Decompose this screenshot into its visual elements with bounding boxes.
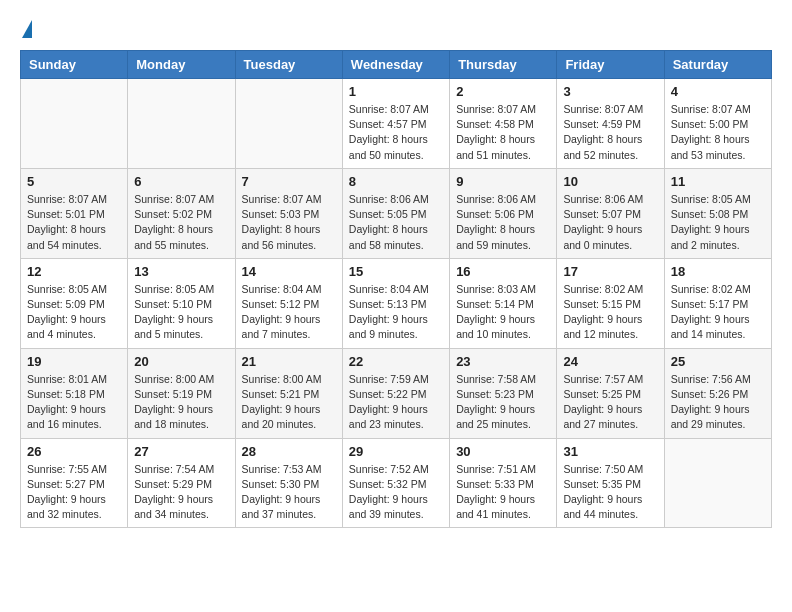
calendar-cell: 28Sunrise: 7:53 AM Sunset: 5:30 PM Dayli…: [235, 438, 342, 528]
day-info: Sunrise: 7:53 AM Sunset: 5:30 PM Dayligh…: [242, 462, 336, 523]
day-info: Sunrise: 8:01 AM Sunset: 5:18 PM Dayligh…: [27, 372, 121, 433]
calendar-cell: 5Sunrise: 8:07 AM Sunset: 5:01 PM Daylig…: [21, 168, 128, 258]
day-info: Sunrise: 7:58 AM Sunset: 5:23 PM Dayligh…: [456, 372, 550, 433]
day-number: 31: [563, 444, 657, 459]
day-number: 30: [456, 444, 550, 459]
day-info: Sunrise: 8:04 AM Sunset: 5:12 PM Dayligh…: [242, 282, 336, 343]
calendar-cell: 6Sunrise: 8:07 AM Sunset: 5:02 PM Daylig…: [128, 168, 235, 258]
day-info: Sunrise: 8:02 AM Sunset: 5:17 PM Dayligh…: [671, 282, 765, 343]
day-info: Sunrise: 8:07 AM Sunset: 4:58 PM Dayligh…: [456, 102, 550, 163]
weekday-header-saturday: Saturday: [664, 51, 771, 79]
calendar-cell: 26Sunrise: 7:55 AM Sunset: 5:27 PM Dayli…: [21, 438, 128, 528]
calendar-week-row: 1Sunrise: 8:07 AM Sunset: 4:57 PM Daylig…: [21, 79, 772, 169]
weekday-header-sunday: Sunday: [21, 51, 128, 79]
day-info: Sunrise: 8:05 AM Sunset: 5:09 PM Dayligh…: [27, 282, 121, 343]
day-info: Sunrise: 8:05 AM Sunset: 5:08 PM Dayligh…: [671, 192, 765, 253]
day-number: 11: [671, 174, 765, 189]
day-info: Sunrise: 8:06 AM Sunset: 5:05 PM Dayligh…: [349, 192, 443, 253]
day-number: 7: [242, 174, 336, 189]
day-number: 9: [456, 174, 550, 189]
day-info: Sunrise: 8:00 AM Sunset: 5:21 PM Dayligh…: [242, 372, 336, 433]
day-info: Sunrise: 7:55 AM Sunset: 5:27 PM Dayligh…: [27, 462, 121, 523]
day-info: Sunrise: 8:07 AM Sunset: 5:03 PM Dayligh…: [242, 192, 336, 253]
day-info: Sunrise: 8:07 AM Sunset: 5:02 PM Dayligh…: [134, 192, 228, 253]
calendar-week-row: 5Sunrise: 8:07 AM Sunset: 5:01 PM Daylig…: [21, 168, 772, 258]
calendar-table: SundayMondayTuesdayWednesdayThursdayFrid…: [20, 50, 772, 528]
day-info: Sunrise: 7:52 AM Sunset: 5:32 PM Dayligh…: [349, 462, 443, 523]
calendar-cell: 23Sunrise: 7:58 AM Sunset: 5:23 PM Dayli…: [450, 348, 557, 438]
day-number: 14: [242, 264, 336, 279]
day-info: Sunrise: 8:06 AM Sunset: 5:06 PM Dayligh…: [456, 192, 550, 253]
day-number: 19: [27, 354, 121, 369]
day-number: 22: [349, 354, 443, 369]
calendar-cell: 29Sunrise: 7:52 AM Sunset: 5:32 PM Dayli…: [342, 438, 449, 528]
calendar-cell: [664, 438, 771, 528]
day-number: 23: [456, 354, 550, 369]
calendar-cell: 3Sunrise: 8:07 AM Sunset: 4:59 PM Daylig…: [557, 79, 664, 169]
calendar-cell: 27Sunrise: 7:54 AM Sunset: 5:29 PM Dayli…: [128, 438, 235, 528]
day-info: Sunrise: 7:56 AM Sunset: 5:26 PM Dayligh…: [671, 372, 765, 433]
calendar-cell: 19Sunrise: 8:01 AM Sunset: 5:18 PM Dayli…: [21, 348, 128, 438]
day-number: 1: [349, 84, 443, 99]
weekday-header-friday: Friday: [557, 51, 664, 79]
day-info: Sunrise: 8:04 AM Sunset: 5:13 PM Dayligh…: [349, 282, 443, 343]
day-info: Sunrise: 8:02 AM Sunset: 5:15 PM Dayligh…: [563, 282, 657, 343]
calendar-week-row: 12Sunrise: 8:05 AM Sunset: 5:09 PM Dayli…: [21, 258, 772, 348]
weekday-header-thursday: Thursday: [450, 51, 557, 79]
calendar-cell: 9Sunrise: 8:06 AM Sunset: 5:06 PM Daylig…: [450, 168, 557, 258]
day-number: 20: [134, 354, 228, 369]
day-number: 5: [27, 174, 121, 189]
calendar-cell: [21, 79, 128, 169]
day-number: 13: [134, 264, 228, 279]
day-number: 8: [349, 174, 443, 189]
day-info: Sunrise: 7:54 AM Sunset: 5:29 PM Dayligh…: [134, 462, 228, 523]
day-number: 27: [134, 444, 228, 459]
day-number: 29: [349, 444, 443, 459]
calendar-cell: 31Sunrise: 7:50 AM Sunset: 5:35 PM Dayli…: [557, 438, 664, 528]
logo: [20, 20, 32, 40]
day-info: Sunrise: 8:00 AM Sunset: 5:19 PM Dayligh…: [134, 372, 228, 433]
calendar-cell: 25Sunrise: 7:56 AM Sunset: 5:26 PM Dayli…: [664, 348, 771, 438]
calendar-week-row: 19Sunrise: 8:01 AM Sunset: 5:18 PM Dayli…: [21, 348, 772, 438]
day-number: 26: [27, 444, 121, 459]
weekday-header-row: SundayMondayTuesdayWednesdayThursdayFrid…: [21, 51, 772, 79]
calendar-cell: 30Sunrise: 7:51 AM Sunset: 5:33 PM Dayli…: [450, 438, 557, 528]
weekday-header-tuesday: Tuesday: [235, 51, 342, 79]
day-info: Sunrise: 8:07 AM Sunset: 5:00 PM Dayligh…: [671, 102, 765, 163]
day-info: Sunrise: 8:07 AM Sunset: 4:57 PM Dayligh…: [349, 102, 443, 163]
day-info: Sunrise: 7:50 AM Sunset: 5:35 PM Dayligh…: [563, 462, 657, 523]
page-header: [20, 20, 772, 40]
calendar-cell: 16Sunrise: 8:03 AM Sunset: 5:14 PM Dayli…: [450, 258, 557, 348]
day-number: 25: [671, 354, 765, 369]
day-number: 15: [349, 264, 443, 279]
day-number: 28: [242, 444, 336, 459]
calendar-week-row: 26Sunrise: 7:55 AM Sunset: 5:27 PM Dayli…: [21, 438, 772, 528]
day-info: Sunrise: 8:06 AM Sunset: 5:07 PM Dayligh…: [563, 192, 657, 253]
calendar-cell: 20Sunrise: 8:00 AM Sunset: 5:19 PM Dayli…: [128, 348, 235, 438]
day-number: 2: [456, 84, 550, 99]
day-number: 4: [671, 84, 765, 99]
calendar-cell: 14Sunrise: 8:04 AM Sunset: 5:12 PM Dayli…: [235, 258, 342, 348]
day-info: Sunrise: 7:59 AM Sunset: 5:22 PM Dayligh…: [349, 372, 443, 433]
day-info: Sunrise: 8:05 AM Sunset: 5:10 PM Dayligh…: [134, 282, 228, 343]
calendar-cell: 7Sunrise: 8:07 AM Sunset: 5:03 PM Daylig…: [235, 168, 342, 258]
day-number: 18: [671, 264, 765, 279]
calendar-cell: [235, 79, 342, 169]
calendar-cell: 22Sunrise: 7:59 AM Sunset: 5:22 PM Dayli…: [342, 348, 449, 438]
day-number: 3: [563, 84, 657, 99]
day-number: 6: [134, 174, 228, 189]
day-info: Sunrise: 8:07 AM Sunset: 4:59 PM Dayligh…: [563, 102, 657, 163]
weekday-header-wednesday: Wednesday: [342, 51, 449, 79]
calendar-cell: 2Sunrise: 8:07 AM Sunset: 4:58 PM Daylig…: [450, 79, 557, 169]
calendar-cell: [128, 79, 235, 169]
logo-triangle-icon: [22, 20, 32, 38]
calendar-cell: 13Sunrise: 8:05 AM Sunset: 5:10 PM Dayli…: [128, 258, 235, 348]
calendar-cell: 4Sunrise: 8:07 AM Sunset: 5:00 PM Daylig…: [664, 79, 771, 169]
day-number: 12: [27, 264, 121, 279]
calendar-cell: 24Sunrise: 7:57 AM Sunset: 5:25 PM Dayli…: [557, 348, 664, 438]
calendar-cell: 10Sunrise: 8:06 AM Sunset: 5:07 PM Dayli…: [557, 168, 664, 258]
calendar-cell: 17Sunrise: 8:02 AM Sunset: 5:15 PM Dayli…: [557, 258, 664, 348]
day-info: Sunrise: 7:57 AM Sunset: 5:25 PM Dayligh…: [563, 372, 657, 433]
calendar-cell: 1Sunrise: 8:07 AM Sunset: 4:57 PM Daylig…: [342, 79, 449, 169]
calendar-cell: 18Sunrise: 8:02 AM Sunset: 5:17 PM Dayli…: [664, 258, 771, 348]
